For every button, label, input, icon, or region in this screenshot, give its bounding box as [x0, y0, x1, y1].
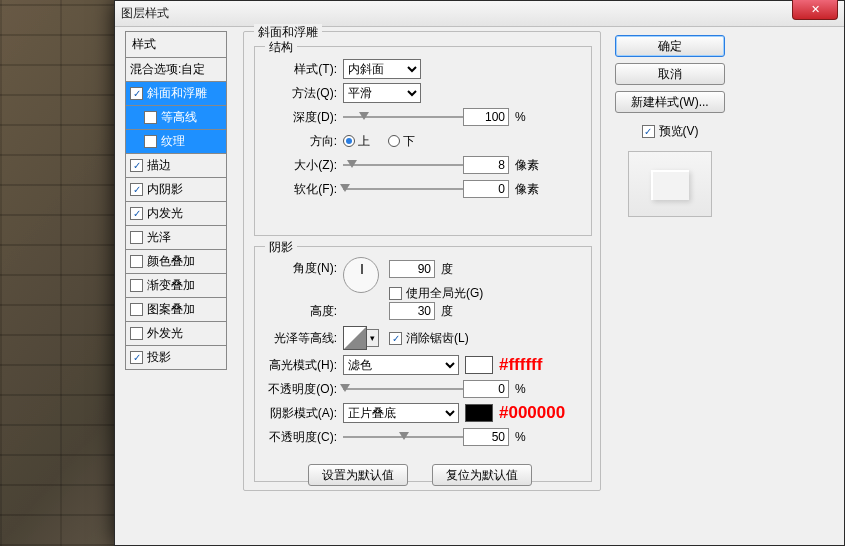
style-contour[interactable]: 等高线: [125, 106, 227, 130]
window-title: 图层样式: [121, 5, 169, 22]
style-inner-glow[interactable]: 内发光: [125, 202, 227, 226]
soften-input[interactable]: [463, 180, 509, 198]
style-inner-shadow[interactable]: 内阴影: [125, 178, 227, 202]
checkbox-icon[interactable]: [144, 111, 157, 124]
technique-select[interactable]: 平滑: [343, 83, 421, 103]
style-outer-glow[interactable]: 外发光: [125, 322, 227, 346]
direction-up-radio[interactable]: [343, 135, 355, 147]
reset-default-button[interactable]: 复位为默认值: [432, 464, 532, 486]
style-drop-shadow[interactable]: 投影: [125, 346, 227, 370]
checkbox-icon[interactable]: [130, 231, 143, 244]
bevel-emboss-panel: 斜面和浮雕 结构 样式(T):内斜面 方法(Q):平滑 深度(D):% 方向:上…: [243, 31, 601, 491]
checkbox-icon[interactable]: [130, 183, 143, 196]
size-slider[interactable]: [343, 158, 463, 172]
checkbox-icon[interactable]: [130, 303, 143, 316]
dialog-buttons: 确定 取消 新建样式(W)... 预览(V): [615, 35, 725, 217]
shadow-mode-select[interactable]: 正片叠底: [343, 403, 459, 423]
gloss-contour-picker[interactable]: [343, 326, 367, 350]
structure-legend: 结构: [265, 39, 297, 56]
close-button[interactable]: ✕: [792, 0, 838, 20]
style-texture[interactable]: 纹理: [125, 130, 227, 154]
style-stroke[interactable]: 描边: [125, 154, 227, 178]
angle-input[interactable]: [389, 260, 435, 278]
depth-slider[interactable]: [343, 110, 463, 124]
angle-dial[interactable]: [343, 257, 379, 293]
shadow-color-annotation: #000000: [499, 403, 565, 423]
shadow-opacity-input[interactable]: [463, 428, 509, 446]
style-gradient-overlay[interactable]: 渐变叠加: [125, 274, 227, 298]
checkbox-icon[interactable]: [130, 279, 143, 292]
global-light-checkbox[interactable]: [389, 287, 402, 300]
checkbox-icon[interactable]: [130, 255, 143, 268]
highlight-color-swatch[interactable]: [465, 356, 493, 374]
size-input[interactable]: [463, 156, 509, 174]
layer-style-dialog: 图层样式 ✕ 样式 混合选项:自定 斜面和浮雕 等高线 纹理 描边 内阴影 内发…: [114, 0, 845, 546]
shading-legend: 阴影: [265, 239, 297, 256]
soften-slider[interactable]: [343, 182, 463, 196]
checkbox-icon[interactable]: [130, 87, 143, 100]
structure-group: 结构 样式(T):内斜面 方法(Q):平滑 深度(D):% 方向:上下 大小(Z…: [254, 46, 592, 236]
checkbox-icon[interactable]: [130, 327, 143, 340]
new-style-button[interactable]: 新建样式(W)...: [615, 91, 725, 113]
contour-dropdown-icon[interactable]: ▾: [367, 329, 379, 347]
cancel-button[interactable]: 取消: [615, 63, 725, 85]
style-select[interactable]: 内斜面: [343, 59, 421, 79]
shading-group: 阴影 角度(N): 度 使用全局光(G) 高度:度 光泽等高线:▾消除锯齿(L)…: [254, 246, 592, 482]
anti-alias-checkbox[interactable]: [389, 332, 402, 345]
preview-checkbox[interactable]: [642, 125, 655, 138]
highlight-opacity-input[interactable]: [463, 380, 509, 398]
checkbox-icon[interactable]: [130, 159, 143, 172]
titlebar[interactable]: 图层样式 ✕: [115, 1, 844, 27]
style-satin[interactable]: 光泽: [125, 226, 227, 250]
make-default-button[interactable]: 设置为默认值: [308, 464, 408, 486]
direction-down-radio[interactable]: [388, 135, 400, 147]
style-bevel-emboss[interactable]: 斜面和浮雕: [125, 82, 227, 106]
highlight-color-annotation: #ffffff: [499, 355, 542, 375]
highlight-mode-select[interactable]: 滤色: [343, 355, 459, 375]
styles-header: 样式: [125, 31, 227, 58]
blend-options-row[interactable]: 混合选项:自定: [125, 58, 227, 82]
shadow-color-swatch[interactable]: [465, 404, 493, 422]
style-color-overlay[interactable]: 颜色叠加: [125, 250, 227, 274]
ok-button[interactable]: 确定: [615, 35, 725, 57]
styles-list: 样式 混合选项:自定 斜面和浮雕 等高线 纹理 描边 内阴影 内发光 光泽 颜色…: [125, 31, 227, 370]
shadow-opacity-slider[interactable]: [343, 430, 463, 444]
depth-input[interactable]: [463, 108, 509, 126]
checkbox-icon[interactable]: [130, 207, 143, 220]
highlight-opacity-slider[interactable]: [343, 382, 463, 396]
style-pattern-overlay[interactable]: 图案叠加: [125, 298, 227, 322]
checkbox-icon[interactable]: [130, 351, 143, 364]
altitude-input[interactable]: [389, 302, 435, 320]
checkbox-icon[interactable]: [144, 135, 157, 148]
preview-thumbnail: [628, 151, 712, 217]
